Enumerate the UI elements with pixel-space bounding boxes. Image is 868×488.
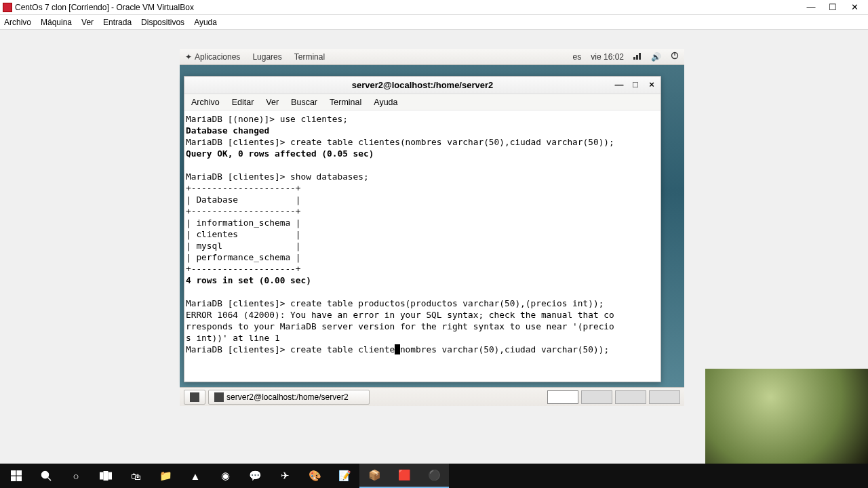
taskbar-vbox-vm-icon[interactable]: 🟥: [389, 464, 419, 488]
webcam-thumbnail: [705, 369, 868, 464]
taskbar-terminal-button[interactable]: server2@localhost:/home/server2: [208, 390, 370, 405]
vbox-menu-maquina[interactable]: Máquina: [41, 18, 72, 27]
gnome-topbar: ✦ Aplicaciones Lugares Terminal es vie 1…: [180, 49, 684, 65]
term-menu-terminal[interactable]: Terminal: [330, 98, 361, 107]
taskbar-whatsapp-icon[interactable]: 💬: [240, 464, 270, 488]
workspace-1[interactable]: [547, 390, 578, 404]
terminal-maximize-button[interactable]: □: [631, 79, 640, 89]
terminal-cursor: (: [395, 344, 400, 354]
search-button[interactable]: [31, 464, 61, 488]
term-menu-editar[interactable]: Editar: [232, 98, 254, 107]
svg-rect-12: [104, 471, 108, 481]
term-menu-archivo[interactable]: Archivo: [191, 98, 220, 107]
svg-rect-4: [674, 52, 675, 56]
taskbar-notes-icon[interactable]: 📝: [330, 464, 359, 488]
taskbar-terminal-label: server2@localhost:/home/server2: [226, 392, 349, 402]
host-body: ✦ Aplicaciones Lugares Terminal es vie 1…: [0, 30, 868, 488]
gnome-places[interactable]: Lugares: [252, 52, 281, 62]
term-menu-ayuda[interactable]: Ayuda: [374, 98, 397, 107]
terminal-title-text: server2@localhost:/home/server2: [352, 80, 494, 90]
vbox-menu-entrada[interactable]: Entrada: [103, 18, 132, 27]
terminal-menubar: Archivo Editar Ver Buscar Terminal Ayuda: [184, 94, 660, 110]
svg-rect-6: [17, 470, 22, 475]
vbox-titlebar: CentOs 7 clon [Corriendo] - Oracle VM Vi…: [0, 0, 868, 15]
workspace-4[interactable]: [649, 390, 680, 404]
vbox-window-title: CentOs 7 clon [Corriendo] - Oracle VM Vi…: [15, 3, 194, 12]
taskbar-terminal-icon: [214, 392, 224, 402]
centos-desktop: ✦ Aplicaciones Lugares Terminal es vie 1…: [180, 49, 684, 406]
volume-icon[interactable]: 🔊: [651, 52, 661, 62]
svg-rect-8: [17, 476, 22, 481]
svg-rect-0: [633, 57, 635, 60]
taskbar-virtualbox-icon[interactable]: 📦: [359, 464, 389, 488]
svg-rect-2: [639, 53, 641, 60]
terminal-close-button[interactable]: ×: [647, 79, 656, 89]
power-icon[interactable]: [671, 52, 679, 62]
taskbar-vlc-icon[interactable]: ▲: [180, 464, 210, 488]
svg-line-10: [48, 478, 52, 481]
terminal-titlebar[interactable]: server2@localhost:/home/server2 — □ ×: [184, 77, 660, 94]
vbox-menu-archivo[interactable]: Archivo: [4, 18, 31, 27]
taskbar-store-icon[interactable]: 🛍: [121, 464, 151, 488]
taskbar-app-icon[interactable]: 🎨: [300, 464, 330, 488]
vbox-menu-dispositivos[interactable]: Dispositivos: [141, 18, 184, 27]
gnome-applications-label: Aplicaciones: [195, 52, 240, 62]
vbox-app-icon: [3, 3, 12, 12]
term-menu-buscar[interactable]: Buscar: [291, 98, 317, 107]
terminal-output[interactable]: MariaDB [(none)]> use clientes; Database…: [186, 113, 659, 355]
taskbar-chrome-icon[interactable]: ◉: [210, 464, 240, 488]
start-button[interactable]: [1, 464, 31, 488]
vbox-menubar: Archivo Máquina Ver Entrada Dispositivos…: [0, 15, 868, 30]
gnome-applications[interactable]: ✦ Aplicaciones: [185, 52, 240, 62]
taskbar-telegram-icon[interactable]: ✈: [270, 464, 300, 488]
svg-point-9: [42, 472, 49, 479]
taskbar-explorer-icon[interactable]: 📁: [151, 464, 180, 488]
keyboard-layout[interactable]: es: [573, 52, 582, 62]
close-button[interactable]: ✕: [849, 2, 860, 13]
taskbar-obs-icon[interactable]: ⚫: [419, 464, 449, 488]
terminal-window[interactable]: server2@localhost:/home/server2 — □ × Ar…: [184, 76, 661, 382]
show-desktop-icon: [190, 392, 199, 402]
minimize-button[interactable]: —: [806, 2, 816, 13]
svg-rect-11: [100, 472, 103, 479]
apps-icon: ✦: [185, 52, 192, 62]
clock[interactable]: vie 16:02: [591, 52, 624, 62]
show-desktop-button[interactable]: [184, 390, 205, 405]
network-icon[interactable]: [633, 52, 642, 62]
workspace-2[interactable]: [581, 390, 612, 404]
svg-rect-5: [11, 470, 16, 475]
gnome-terminal-shortcut[interactable]: Terminal: [294, 52, 325, 62]
vbox-menu-ver[interactable]: Ver: [81, 18, 94, 27]
windows-taskbar: ○ 🛍 📁 ▲ ◉ 💬 ✈ 🎨 📝 📦 🟥 ⚫: [0, 464, 868, 488]
svg-rect-1: [636, 55, 638, 60]
cortana-button[interactable]: ○: [61, 464, 91, 488]
vbox-menu-ayuda[interactable]: Ayuda: [194, 18, 217, 27]
svg-rect-13: [108, 472, 112, 479]
maximize-button[interactable]: ☐: [827, 2, 838, 13]
gnome-taskbar: server2@localhost:/home/server2: [180, 387, 684, 406]
terminal-minimize-button[interactable]: —: [614, 79, 624, 89]
task-view-button[interactable]: [91, 464, 121, 488]
terminal-body[interactable]: MariaDB [(none)]> use clientes; Database…: [184, 110, 660, 382]
term-menu-ver[interactable]: Ver: [266, 98, 279, 107]
workspace-3[interactable]: [615, 390, 646, 404]
svg-rect-7: [11, 476, 16, 481]
